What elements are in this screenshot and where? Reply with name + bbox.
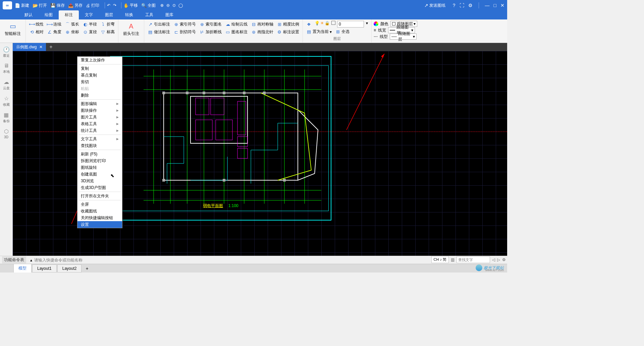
app-logo[interactable]: ∞ <box>3 1 12 9</box>
dim-btn-0[interactable]: ⟷线性 <box>28 21 45 28</box>
mark-btn-7[interactable]: ⊏剖切符号 <box>172 29 197 36</box>
send-drawing-button[interactable]: ↗发送图纸 <box>424 3 445 8</box>
mark-btn-5[interactable]: ⊞精度比例 <box>275 21 301 28</box>
doc-tab-close-icon[interactable]: ✕ <box>39 45 43 49</box>
dim-btn-3[interactable]: ◐半径 <box>81 21 98 28</box>
minimize-icon[interactable]: — <box>485 3 490 8</box>
mark-btn-8[interactable]: ⊬加折断线 <box>198 29 223 36</box>
mark-btn-4[interactable]: ⊟画对称轴 <box>250 21 275 28</box>
mark-btn-11[interactable]: ⚙标注设置 <box>275 29 301 36</box>
lock-icon[interactable]: 🔒 <box>325 21 330 28</box>
dim-btn-6[interactable]: ∠角度 <box>46 29 63 36</box>
search-text-input[interactable] <box>457 256 490 263</box>
menu-tab-7[interactable]: 图库 <box>159 10 179 19</box>
mark-btn-3[interactable]: ☁绘制云线 <box>224 21 249 28</box>
menu-tab-0[interactable]: 默认 <box>18 10 39 19</box>
print-button[interactable]: 🖨打印 <box>86 3 99 8</box>
context-item-3[interactable]: 基点复制 <box>77 72 122 79</box>
zoom-extents-icon[interactable]: ◯ <box>178 3 183 8</box>
menu-tab-1[interactable]: 绘图 <box>39 10 59 19</box>
new-button[interactable]: 📄新建 <box>15 3 29 8</box>
set-current-layer-button[interactable]: ▤置为当前▾ <box>305 28 333 35</box>
mark-btn-1[interactable]: ⊕索引符号 <box>172 21 197 28</box>
context-item-28[interactable]: 关闭快捷编辑按钮 <box>77 214 122 221</box>
sidebar-item-5[interactable]: ⬡3D <box>0 126 12 141</box>
fullscreen-icon[interactable]: ⛶ <box>460 3 464 8</box>
layer-name-input[interactable] <box>337 21 364 28</box>
help-icon[interactable]: ? <box>453 3 455 8</box>
command-bar-label[interactable]: 功能命令表 <box>2 256 26 263</box>
save-button[interactable]: 💾保存 <box>50 3 65 8</box>
context-item-15[interactable]: 查找图块 <box>77 142 122 149</box>
mark-btn-10[interactable]: ⊛画指北针 <box>250 29 275 36</box>
menu-tab-5[interactable]: 转换 <box>119 10 139 19</box>
sidebar-item-1[interactable]: 🖥本地 <box>0 61 12 76</box>
mark-btn-2[interactable]: ⊕索引图名 <box>198 21 223 28</box>
layout-tab-add-button[interactable]: + <box>82 265 92 272</box>
context-item-24[interactable]: 打开所在文件夹 <box>77 193 122 199</box>
context-item-4[interactable]: 剪切 <box>77 79 122 85</box>
layer-manager-button[interactable]: ❖ <box>305 21 314 28</box>
zoom-in-icon[interactable]: ⊕ <box>160 3 164 8</box>
settings-icon[interactable]: ⚙ <box>468 3 473 8</box>
context-item-8[interactable]: 图形编辑▶ <box>77 100 122 107</box>
context-item-11[interactable]: 表格工具▶ <box>77 120 122 127</box>
context-item-18[interactable]: 拆图浏览\打印 <box>77 157 122 164</box>
maximize-icon[interactable]: □ <box>494 3 496 8</box>
mark-btn-9[interactable]: ▭图名标注 <box>224 29 249 36</box>
context-item-0[interactable]: 重复上次操作 <box>77 57 122 63</box>
layout-tab-0[interactable]: 模型 <box>13 264 32 273</box>
sidebar-item-3[interactable]: ☆收藏 <box>0 93 12 109</box>
select-all-button[interactable]: ⊞全选 <box>334 28 351 35</box>
command-bar-dropdown-icon[interactable]: ▴ <box>28 258 34 262</box>
saveas-button[interactable]: 📤另存 <box>68 3 83 8</box>
doc-tab-add-button[interactable]: + <box>46 44 56 50</box>
sidebar-item-4[interactable]: ▦备份 <box>0 110 12 126</box>
status-icon-1[interactable]: ▥ <box>451 257 454 262</box>
dim-btn-8[interactable]: ⊙直径 <box>81 29 98 36</box>
pan-button[interactable]: ✋平移 <box>123 3 138 8</box>
context-item-12[interactable]: 统计工具▶ <box>77 127 122 134</box>
context-item-21[interactable]: 3D浏览 <box>77 178 122 184</box>
dim-btn-1[interactable]: ⟼连续 <box>46 21 63 28</box>
sidebar-item-2[interactable]: ☁云盘 <box>0 77 12 93</box>
context-item-27[interactable]: 收藏图纸 <box>77 208 122 214</box>
dim-btn-2[interactable]: ⌒弧长 <box>63 21 80 28</box>
undo-icon[interactable]: ↶ <box>107 3 110 8</box>
menu-tab-6[interactable]: 工具 <box>139 10 159 19</box>
layout-tab-1[interactable]: Layout1 <box>32 264 57 273</box>
arrow-leader-button[interactable]: A 箭头引注 <box>120 21 142 38</box>
zoom-window-icon[interactable]: ⊙ <box>172 3 176 8</box>
context-item-29[interactable]: 设置 <box>77 221 122 228</box>
lightbulb-icon[interactable]: 💡 <box>315 21 320 28</box>
color-wheel-icon[interactable] <box>374 21 378 26</box>
layout-tab-2[interactable]: Layout2 <box>57 264 82 273</box>
menu-tab-2[interactable]: 标注 <box>59 10 79 19</box>
context-item-14[interactable]: 文字工具▶ <box>77 136 122 142</box>
close-window-icon[interactable]: ✕ <box>500 3 504 8</box>
linetype-dropdown[interactable]: 跟随图层▾ <box>390 34 417 40</box>
context-item-20[interactable]: 创建底图 <box>77 171 122 178</box>
sidebar-item-0[interactable]: 🕐最近 <box>0 44 12 60</box>
context-item-26[interactable]: 全屏 <box>77 201 122 208</box>
context-item-22[interactable]: 生成3D户型图 <box>77 184 122 191</box>
zoom-out-icon[interactable]: ⊖ <box>166 3 170 8</box>
search-next-icon[interactable]: ▷ <box>497 257 500 262</box>
redo-icon[interactable]: ↷ <box>113 3 116 8</box>
ime-status[interactable]: CH ♪ 简 <box>431 256 449 263</box>
mark-btn-6[interactable]: ▤做法标注 <box>146 29 171 36</box>
dim-btn-5[interactable]: ⟲相对 <box>28 29 45 36</box>
context-item-10[interactable]: 图片工具▶ <box>77 114 122 120</box>
menu-tab-3[interactable]: 文字 <box>79 10 99 19</box>
search-prev-icon[interactable]: ◁ <box>492 257 495 262</box>
open-button[interactable]: 📂打开 <box>33 3 47 8</box>
context-item-9[interactable]: 图块操作▶ <box>77 107 122 114</box>
context-item-6[interactable]: 删除 <box>77 92 122 99</box>
smart-annotate-button[interactable]: ▭ 智能标注 <box>2 21 23 38</box>
mark-btn-0[interactable]: ↗引出标注 <box>146 21 171 28</box>
dim-btn-9[interactable]: ▽标高 <box>99 29 116 36</box>
dim-btn-7[interactable]: ⊕坐标 <box>63 29 80 36</box>
context-item-17[interactable]: 刷新 (F5) <box>77 151 122 157</box>
zoom-fit-button[interactable]: 🔍全图 <box>141 3 156 8</box>
context-item-19[interactable]: 图纸旋转 <box>77 164 122 171</box>
